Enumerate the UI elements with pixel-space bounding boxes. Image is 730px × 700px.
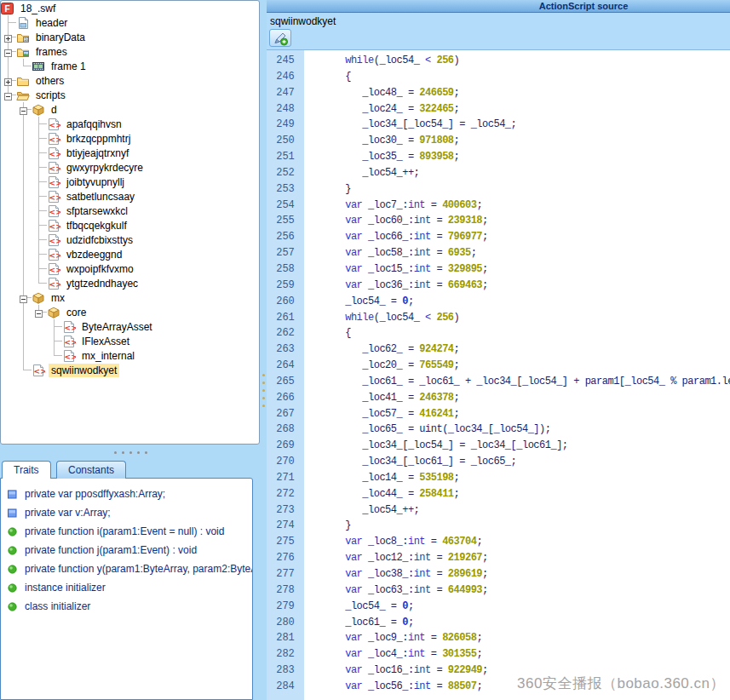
trait-item[interactable]: class initializer bbox=[1, 598, 252, 615]
tree-item[interactable]: others bbox=[1, 73, 259, 88]
tree-item[interactable]: frames bbox=[1, 44, 259, 59]
tree-connector bbox=[32, 232, 47, 247]
method-icon bbox=[8, 546, 17, 555]
method-icon bbox=[8, 583, 17, 593]
connector-line bbox=[38, 124, 39, 131]
script-icon: <> bbox=[62, 335, 76, 348]
connector-line bbox=[23, 66, 32, 66]
code-line-row: 274 } bbox=[267, 518, 730, 534]
edit-script-button[interactable] bbox=[269, 29, 291, 47]
splitter-dot bbox=[114, 451, 117, 454]
svg-text:<>: <> bbox=[65, 323, 76, 331]
tab-traits[interactable]: Traits bbox=[2, 461, 51, 479]
trait-item[interactable]: private var v:Array; bbox=[1, 504, 252, 521]
tree-guide bbox=[1, 175, 16, 189]
line-number: 245 bbox=[267, 53, 304, 69]
connector-line bbox=[54, 327, 55, 334]
tree-item[interactable]: <>satbetluncsaay bbox=[1, 189, 259, 204]
tree-item[interactable]: <>joibtyvupnyllj bbox=[1, 175, 259, 189]
tree-item[interactable]: header bbox=[1, 15, 259, 30]
tree-item-label: scripts bbox=[33, 89, 68, 102]
line-number: 262 bbox=[267, 325, 304, 341]
expand-icon[interactable] bbox=[4, 77, 12, 84]
tree-guide bbox=[16, 276, 32, 290]
code-line: _loc24_ = 322465; bbox=[304, 101, 459, 118]
code-line: _loc41_ = 246378; bbox=[304, 390, 459, 406]
trait-item[interactable]: private function j(param1:Event) : void bbox=[1, 542, 252, 559]
tree-item-label: udzidfcbixsttys bbox=[64, 233, 135, 247]
collapse-icon[interactable] bbox=[20, 294, 27, 301]
tree-item[interactable]: core bbox=[1, 305, 259, 319]
tree-item[interactable]: <>udzidfcbixsttys bbox=[1, 232, 259, 247]
trait-item[interactable]: private function y(param1:ByteArray, par… bbox=[1, 560, 252, 577]
code-line: _loc20_ = 765549; bbox=[304, 358, 459, 374]
line-number: 258 bbox=[267, 261, 304, 278]
line-number: 251 bbox=[267, 149, 304, 165]
tree-item[interactable]: <>ByteArrayAsset bbox=[1, 319, 259, 334]
svg-text:<>: <> bbox=[49, 250, 60, 259]
line-number: 282 bbox=[267, 646, 304, 663]
code-editor[interactable]: 245 while(_loc54_ < 256)246 {247 _loc48_… bbox=[267, 49, 730, 700]
tree-connector bbox=[32, 189, 47, 204]
tree-connector bbox=[1, 15, 16, 30]
tree-item[interactable]: scripts bbox=[1, 88, 259, 102]
tree-item[interactable]: <>mx_internal bbox=[1, 348, 259, 363]
tree-item[interactable]: <>sfptarsewxkcl bbox=[1, 204, 259, 218]
svg-text:<>: <> bbox=[65, 352, 76, 360]
svg-text:<>: <> bbox=[34, 366, 45, 375]
tree-item-label: sqwiinwodkyet bbox=[49, 364, 119, 377]
tree-guide bbox=[16, 261, 32, 276]
tree-item[interactable]: frame 1 bbox=[1, 59, 259, 73]
vertical-splitter[interactable] bbox=[261, 0, 267, 700]
tree-item-label: joibtyvupnyllj bbox=[64, 175, 127, 189]
trait-item[interactable]: private var pposdffyxash:Array; bbox=[1, 485, 252, 502]
tree-item[interactable]: 10binaryData bbox=[1, 30, 259, 44]
tree-item[interactable]: <>btiyjeajqtrxnyf bbox=[1, 146, 259, 160]
tree-item-label: satbetluncsaay bbox=[64, 190, 137, 204]
collapse-icon[interactable] bbox=[20, 106, 27, 113]
script-icon: <> bbox=[47, 262, 60, 276]
code-line: _loc34_[_loc54_] = _loc54_; bbox=[304, 117, 516, 133]
code-line-row: 264 _loc20_ = 765549; bbox=[267, 358, 730, 374]
tree-guide bbox=[32, 319, 47, 334]
connector-line bbox=[54, 341, 62, 341]
tree-guide-line bbox=[23, 334, 24, 348]
watermark: 360安全播报（bobao.360.cn） bbox=[517, 674, 725, 693]
tree-connector bbox=[32, 276, 47, 290]
method-icon bbox=[8, 565, 17, 574]
svg-text:<>: <> bbox=[49, 207, 60, 215]
tree-item[interactable]: <>sqwiinwodkyet bbox=[1, 363, 259, 377]
tree-item[interactable]: <>vbzdeeggnd bbox=[1, 247, 259, 261]
trait-item[interactable]: private function i(param1:Event = null) … bbox=[1, 523, 252, 540]
tree-item[interactable]: <>brkzqcppmhtrj bbox=[1, 131, 259, 146]
tree-item[interactable]: F18_.swf bbox=[1, 1, 259, 15]
tree-guide bbox=[1, 146, 16, 160]
collapse-icon[interactable] bbox=[4, 48, 12, 55]
tree-item[interactable]: d bbox=[1, 102, 259, 117]
tree-item[interactable]: <>wxpoipfkfvxmo bbox=[1, 261, 259, 276]
tree-connector bbox=[16, 290, 32, 305]
tree-item[interactable]: <>apafqqihvsn bbox=[1, 117, 259, 131]
tree-guide bbox=[16, 247, 32, 261]
tree-guide-line bbox=[23, 189, 24, 204]
tree-item[interactable]: mx bbox=[1, 290, 259, 305]
expand-icon[interactable] bbox=[4, 33, 12, 41]
horizontal-splitter[interactable] bbox=[0, 445, 261, 461]
svg-text:<>: <> bbox=[49, 135, 60, 143]
tree-item-label: d bbox=[49, 103, 60, 117]
code-line: } bbox=[304, 181, 351, 198]
collapse-icon[interactable] bbox=[35, 308, 43, 316]
trait-item[interactable]: instance initializer bbox=[1, 579, 252, 596]
collapse-icon[interactable] bbox=[4, 91, 12, 99]
tree-item[interactable]: <>ytgtzedndhayec bbox=[1, 276, 259, 290]
tree-item[interactable]: <>IFlexAsset bbox=[1, 334, 259, 348]
splitter-dot bbox=[122, 451, 124, 454]
tree-item-label: vbzdeeggnd bbox=[64, 248, 124, 261]
tab-constants[interactable]: Constants bbox=[56, 461, 126, 479]
code-line: var _loc36_:int = 669463; bbox=[304, 278, 488, 294]
trait-text: private function i(param1:Event = null) … bbox=[25, 525, 224, 537]
tree-item[interactable]: <>gwxyrpykrdecyre bbox=[1, 160, 259, 175]
code-line: var _loc60_:int = 239318; bbox=[304, 213, 488, 229]
connector-line bbox=[8, 23, 9, 30]
tree-item[interactable]: <>tfbqcqekgkulf bbox=[1, 218, 259, 232]
